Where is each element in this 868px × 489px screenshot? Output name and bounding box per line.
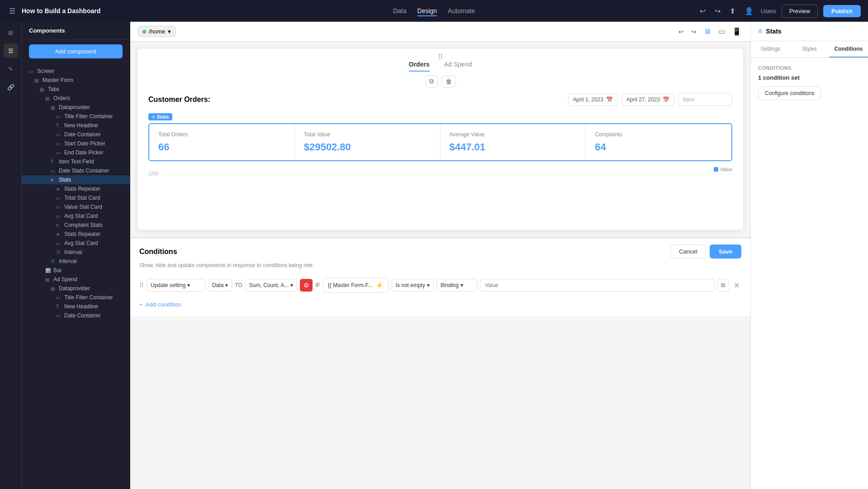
source-chevron: ▾	[225, 282, 228, 288]
tree-interval-2[interactable]: ⏱ Interval	[22, 257, 130, 266]
tree-avg-stat-card[interactable]: ▭ Avg Stat Card	[22, 211, 130, 221]
components-header: Components	[22, 22, 130, 40]
tab-conditions[interactable]: Conditions	[829, 41, 868, 58]
lightning-button[interactable]: ⚡	[375, 281, 384, 290]
desktop-view-button[interactable]: 🖥	[702, 26, 713, 38]
tab-settings[interactable]: Settings	[751, 41, 790, 58]
right-panel: ≡ Stats Settings Styles Conditions CONDI…	[750, 22, 868, 489]
conditions-section-title: CONDITIONS	[758, 65, 861, 71]
tree-complaint-stats[interactable]: ≡ Complaint Stats	[22, 221, 130, 230]
tree-stats-repeater-1[interactable]: ≋ Stats Repeater	[22, 184, 130, 193]
tool-link[interactable]: 🔗	[4, 80, 18, 94]
tree-master-form[interactable]: ▤ Master Form	[22, 76, 130, 85]
end-date-calendar-icon: 📅	[663, 96, 669, 103]
share-icon[interactable]: ⬆	[728, 5, 737, 17]
tree-new-headline-2[interactable]: T New Headline	[22, 302, 130, 311]
tree-date-container[interactable]: ▭ Date Container	[22, 130, 130, 139]
main-layout: ⊞ ☰ ✎ 🔗 Components Add component ▭ Scree…	[0, 0, 868, 489]
tablet-view-button[interactable]: ▭	[716, 25, 727, 38]
nav-design[interactable]: Design	[417, 5, 437, 16]
configure-conditions-button[interactable]: Configure conditions	[758, 86, 821, 100]
duplicate-widget-button[interactable]: ⧉	[425, 75, 438, 87]
path-selector[interactable]: /home ▾	[138, 26, 176, 37]
binding-field[interactable]: {{ Master Form.F... ⚡	[323, 278, 389, 293]
drag-handle[interactable]: ⠿	[438, 53, 443, 61]
history-back-icon[interactable]: ↩	[698, 5, 707, 17]
operator-chevron: ▾	[427, 282, 430, 288]
tree-interval-1[interactable]: ⏱ Interval	[22, 248, 130, 257]
add-condition-button[interactable]: + Add condition	[139, 298, 181, 311]
tool-draw[interactable]: ✎	[4, 62, 18, 76]
tree-start-date[interactable]: ▭ Start Date Picker	[22, 139, 130, 148]
tree-item-text-field[interactable]: T Item Text Field	[22, 157, 130, 166]
tree-date-container-2[interactable]: ▭ Date Container	[22, 311, 130, 320]
canvas-tab-orders[interactable]: Orders	[409, 58, 430, 72]
tool-select[interactable]: ⊞	[4, 25, 18, 40]
copy-condition-button[interactable]: ⧉	[717, 279, 729, 292]
nav-automate[interactable]: Automate	[448, 5, 475, 16]
menu-icon[interactable]: ☰	[7, 5, 17, 17]
app-title: How to Build a Dashboard	[22, 7, 100, 14]
delete-condition-button[interactable]: ✕	[732, 279, 741, 292]
tree-stats[interactable]: ≡ Stats	[22, 175, 130, 184]
value-input[interactable]	[480, 279, 714, 292]
canvas-tab-adspend[interactable]: Ad Spend	[444, 58, 472, 72]
plus-icon: +	[139, 301, 143, 308]
stat-complaints: Complaints 64	[586, 124, 731, 160]
aggregate-chevron: ▾	[290, 282, 293, 288]
tree-stats-repeater-2[interactable]: ≋ Stats Repeater	[22, 230, 130, 239]
action-select[interactable]: Update setting ▾	[147, 279, 205, 292]
right-panel-content: CONDITIONS 1 condition set Configure con…	[751, 58, 868, 489]
chevron-down-icon: ▾	[168, 28, 171, 35]
canvas-content: ⠿ Orders Ad Spend ⧉ 🗑 Customer Orders:	[130, 42, 750, 489]
redo-button[interactable]: ↪	[689, 26, 698, 37]
tree-total-stat-card[interactable]: ▭ Total Stat Card	[22, 193, 130, 202]
gear-settings-button[interactable]: ⚙	[300, 279, 313, 292]
tree-new-headline[interactable]: T New Headline	[22, 121, 130, 130]
add-component-button[interactable]: Add component	[29, 44, 123, 58]
tree-title-filter[interactable]: ▭ Title Filter Container	[22, 112, 130, 121]
tree-bar[interactable]: 📊 Bar	[22, 266, 130, 275]
delete-widget-button[interactable]: 🗑	[441, 76, 456, 87]
tree-screen[interactable]: ▭ Screen	[22, 67, 130, 76]
operator-select[interactable]: Is not empty ▾	[392, 279, 434, 292]
tree-title-filter-2[interactable]: ▭ Title Filter Container	[22, 293, 130, 302]
cancel-button[interactable]: Cancel	[670, 244, 706, 259]
tab-styles[interactable]: Styles	[790, 41, 829, 58]
source-label: Data	[212, 282, 223, 288]
start-date-value: April 1, 2023	[573, 96, 603, 103]
canvas-controls-right: April 1, 2023 📅 April 27, 2023 📅 Item	[568, 93, 732, 106]
undo-button[interactable]: ↩	[677, 26, 686, 37]
tree-dataprovider-1[interactable]: ▤ Dataprovider	[22, 103, 130, 112]
start-date-field[interactable]: April 1, 2023 📅	[568, 93, 618, 106]
preview-button[interactable]: Preview	[782, 5, 818, 18]
right-panel-title: Stats	[766, 28, 781, 35]
tree-tabs[interactable]: ▤ Tabs	[22, 85, 130, 94]
tool-layers[interactable]: ☰	[4, 43, 18, 58]
screen-icon: ▭	[29, 69, 34, 74]
binding-type-select[interactable]: Binding ▾	[436, 279, 477, 292]
tree-dataprovider-2[interactable]: ▤ Dataprovider	[22, 284, 130, 293]
save-button[interactable]: Save	[710, 244, 741, 259]
tree-avg-stat-card-2[interactable]: ▭ Avg Stat Card	[22, 239, 130, 248]
widget-title: Customer Orders:	[148, 96, 210, 104]
user-icon[interactable]: 👤	[743, 5, 755, 17]
row-drag-handle[interactable]: ⠿	[139, 282, 144, 289]
tree-end-date[interactable]: ▭ End Date Picker	[22, 148, 130, 157]
tree-date-stats-container[interactable]: ▭ Date Stats Container	[22, 166, 130, 175]
aggregate-select[interactable]: Sum, Count, A... ▾	[245, 279, 297, 292]
item-input-field[interactable]: Item	[678, 93, 732, 106]
source-select[interactable]: Data ▾	[208, 279, 232, 292]
nav-data[interactable]: Data	[393, 5, 407, 16]
tree-value-stat-card[interactable]: ▭ Value Stat Card	[22, 202, 130, 211]
publish-button[interactable]: Publish	[823, 5, 861, 17]
history-forward-icon[interactable]: ↪	[713, 5, 722, 17]
chart-area: Value 1200	[148, 167, 732, 185]
chart-legend: Value	[148, 167, 732, 172]
chart-y-label: 1200	[148, 171, 158, 176]
mobile-view-button[interactable]: 📱	[730, 25, 743, 38]
tree-ad-spend[interactable]: ▤ Ad Spend	[22, 275, 130, 284]
stat-average-value: Average Value $447.01	[441, 124, 586, 160]
tree-orders[interactable]: ▤ Orders	[22, 94, 130, 103]
end-date-field[interactable]: April 27, 2023 📅	[621, 93, 674, 106]
